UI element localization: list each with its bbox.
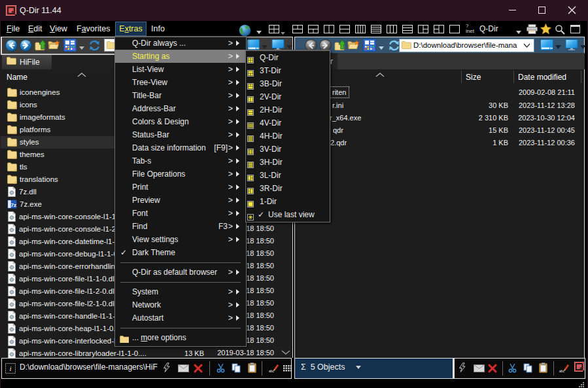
svg-text:abc: abc [559,369,565,373]
svg-text:7z: 7z [11,202,16,208]
svg-text:i: i [9,364,11,372]
svg-text:abc: abc [269,369,275,373]
